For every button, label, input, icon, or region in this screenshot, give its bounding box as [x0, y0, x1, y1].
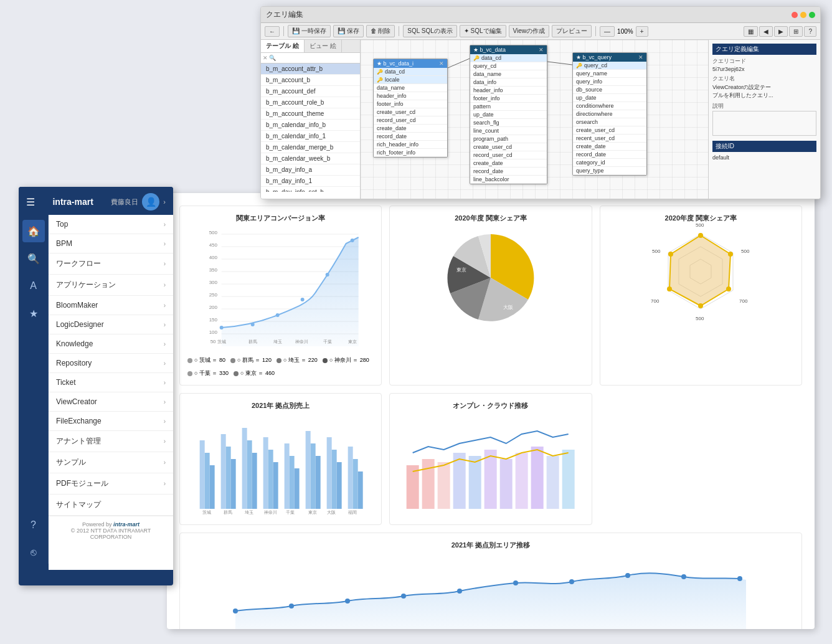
table-item[interactable]: b_m_day_info_a — [261, 164, 360, 176]
search-icon[interactable]: 🔍 — [22, 247, 45, 270]
zoom-in-button[interactable]: + — [636, 26, 648, 37]
preview-button[interactable]: プレビュー — [552, 25, 592, 37]
db-field-row[interactable]: record_user_cd — [470, 151, 547, 159]
font-icon[interactable]: A — [22, 275, 45, 297]
db-field-row[interactable]: up_date — [470, 111, 547, 119]
db-field-row[interactable]: query_cd — [470, 62, 547, 70]
db-field-row[interactable]: 🔑data_cd — [470, 54, 547, 62]
sidebar-item-sample[interactable]: サンプル › — [49, 452, 173, 473]
db-field-row[interactable]: footer_info — [374, 100, 447, 108]
sidebar-item-bpm[interactable]: BPM › — [49, 234, 173, 253]
db-field-row[interactable]: create_date — [374, 125, 447, 133]
db-widget-vc-query[interactable]: ★ b_vc_query ✕ 🔑query_cd query_name quer… — [572, 52, 647, 176]
hamburger-icon[interactable]: ☰ — [26, 196, 35, 208]
tab-view[interactable]: ビュー 絵 — [305, 40, 342, 52]
sidebar-item-repository[interactable]: Repository › — [49, 354, 173, 373]
db-field-row[interactable]: rich_header_info — [374, 141, 447, 149]
minimize-btn[interactable] — [800, 12, 806, 18]
db-field-row[interactable]: recent_user_cd — [573, 135, 646, 143]
db-field-row[interactable]: record_date — [374, 133, 447, 141]
db-field-row[interactable]: 🔑data_cd — [374, 68, 447, 76]
db-field-row[interactable]: query_info — [573, 78, 646, 86]
view-toggle-btn[interactable]: ▦ — [744, 26, 758, 37]
db-field-row[interactable]: conditionwhere — [573, 102, 646, 110]
close-icon[interactable]: ✕ — [638, 54, 643, 60]
db-field-row[interactable]: header_info — [374, 92, 447, 100]
table-item[interactable]: b_m_account_def — [261, 86, 360, 97]
db-field-row[interactable]: record_date — [470, 168, 547, 176]
db-field-row[interactable]: data_info — [470, 78, 547, 87]
table-item[interactable]: b_m_calendar_info_1 — [261, 131, 360, 142]
close-icon[interactable]: ✕ — [539, 47, 544, 53]
table-item[interactable]: b_m_account_theme — [261, 108, 360, 120]
table-item[interactable]: b_m_day_info_1 — [261, 176, 360, 187]
close-icon[interactable]: ✕ — [439, 60, 444, 67]
home-icon[interactable]: 🏠 — [22, 220, 45, 242]
help-icon[interactable]: ? — [22, 514, 45, 536]
temp-save-button[interactable]: 💾 一時保存 — [288, 25, 331, 37]
close-btn[interactable] — [792, 12, 798, 18]
sidebar-item-ticket[interactable]: Ticket › — [49, 373, 173, 392]
db-field-row[interactable]: line_backcolor — [470, 176, 547, 184]
save-button[interactable]: 💾 保存 — [333, 25, 364, 37]
sidebar-item-viewcreator[interactable]: ViewCreator › — [49, 392, 173, 412]
db-field-row[interactable]: db_source — [573, 86, 646, 94]
edit-sql-button[interactable]: ✦ SQLで編集 — [460, 25, 506, 37]
table-item[interactable]: b_m_account_b — [261, 75, 360, 86]
db-field-row[interactable]: pattern — [470, 103, 547, 111]
tab-table[interactable]: テーブル 絵 — [261, 40, 305, 52]
db-field-row[interactable]: program_path — [470, 135, 547, 143]
sidebar-item-sitemap[interactable]: サイトマップ — [49, 495, 173, 516]
zoom-out-button[interactable]: — — [600, 26, 615, 37]
create-view-button[interactable]: Viewの作成 — [509, 25, 550, 37]
db-field-row[interactable]: query_type — [573, 167, 646, 175]
sidebar-item-fileexchange[interactable]: FileExchange › — [49, 412, 173, 431]
table-item[interactable]: b_m_calendar_info_b — [261, 120, 360, 131]
db-widget-vc-data[interactable]: ★ b_vc_data ✕ 🔑data_cd query_cd data_nam… — [470, 45, 547, 184]
sidebar-item-pdf[interactable]: PDFモジュール › — [49, 473, 173, 495]
db-field-row[interactable]: search_flg — [470, 119, 547, 127]
table-item[interactable]: b_m_account_attr_b — [261, 64, 360, 75]
db-field-row[interactable]: record_user_cd — [374, 116, 447, 125]
db-field-row[interactable]: create_date — [573, 143, 646, 151]
db-field-row[interactable]: line_count — [470, 127, 547, 135]
db-field-row[interactable]: up_date — [573, 94, 646, 102]
nav-prev-btn[interactable]: ◀ — [759, 26, 773, 37]
maximize-btn[interactable] — [809, 12, 815, 18]
db-field-row[interactable]: footer_info — [470, 95, 547, 103]
db-field-row[interactable]: category_id — [573, 159, 646, 167]
table-item[interactable]: b_m_day_info_set_b — [261, 187, 360, 192]
logout-icon[interactable]: ⎋ — [22, 541, 45, 564]
show-sql-button[interactable]: SQL SQLの表示 — [403, 25, 456, 37]
view-icon-btn[interactable]: ⊞ — [789, 26, 803, 37]
db-field-row[interactable]: record_date — [573, 151, 646, 159]
sidebar-item-tenant[interactable]: アナント管理 › — [49, 431, 173, 452]
db-field-row[interactable]: data_name — [470, 70, 547, 78]
db-field-row[interactable]: query_name — [573, 70, 646, 78]
db-field-row[interactable]: 🔑query_cd — [573, 62, 646, 70]
delete-button[interactable]: 🗑 削除 — [366, 25, 395, 37]
help-btn[interactable]: ? — [804, 26, 816, 37]
sidebar-item-application[interactable]: アプリケーション › — [49, 275, 173, 296]
db-field-row[interactable]: 🔑locale — [374, 76, 447, 84]
db-field-row[interactable]: orsearch — [573, 118, 646, 126]
back-button[interactable]: ← — [265, 26, 280, 37]
sidebar-item-knowledge[interactable]: Knowledge › — [49, 334, 173, 354]
table-item[interactable]: b_m_account_role_b — [261, 97, 360, 108]
db-field-row[interactable]: create_user_cd — [374, 108, 447, 116]
description-field[interactable] — [712, 111, 816, 136]
db-field-row[interactable]: create_user_cd — [470, 143, 547, 151]
nav-next-btn[interactable]: ▶ — [774, 26, 788, 37]
db-field-row[interactable]: create_user_cd — [573, 126, 646, 135]
sidebar-item-logicdesigner[interactable]: LogicDesigner › — [49, 315, 173, 334]
db-widget-vc-data-i[interactable]: ★ b_vc_data_i ✕ 🔑data_cd 🔑locale data_na… — [373, 59, 448, 158]
sidebar-item-bloommaker[interactable]: BloomMaker › — [49, 296, 173, 315]
table-item[interactable]: b_m_calendar_week_b — [261, 153, 360, 164]
db-field-row[interactable]: data_name — [374, 84, 447, 92]
star-icon[interactable]: ★ — [22, 302, 45, 324]
db-field-row[interactable]: directionwhere — [573, 110, 646, 118]
db-field-row[interactable]: header_info — [470, 87, 547, 95]
sidebar-item-workflow[interactable]: ワークフロー › — [49, 253, 173, 275]
sidebar-item-top[interactable]: Top › — [49, 215, 173, 234]
db-field-row[interactable]: rich_footer_info — [374, 149, 447, 157]
